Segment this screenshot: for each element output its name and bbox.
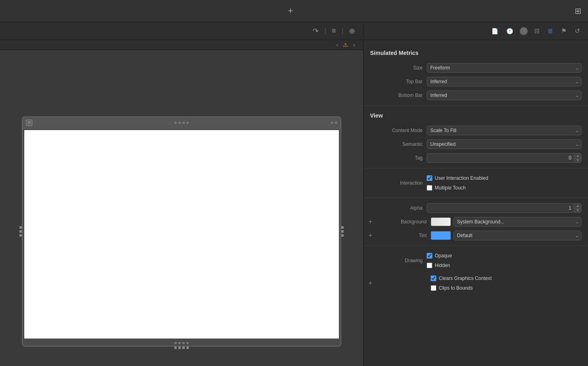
semantic-select[interactable]: Unspecified Playback Spatial (427, 139, 582, 149)
drawing-label: Drawing (370, 258, 427, 263)
align-icon[interactable]: ≡ (330, 25, 338, 37)
hidden-label: Hidden (435, 263, 450, 268)
tag-input-wrapper: ▲ ▼ (427, 153, 582, 163)
tint-color-swatch[interactable] (431, 231, 451, 240)
size-select-wrapper: Freeform Fixed iPhone 8 (427, 63, 582, 73)
content-mode-control: Scale To Fill Scale Aspect Fit Scale Asp… (427, 126, 582, 135)
clears-graphics-row: Clears Graphics Context (431, 274, 582, 283)
divider-1 (364, 105, 588, 106)
help-icon[interactable]: ? (520, 27, 528, 35)
divider-2 (364, 168, 588, 168)
bottom-bar-control: Inferred None (427, 90, 582, 100)
size-select[interactable]: Freeform Fixed iPhone 8 (427, 63, 582, 73)
multiple-touch-checkbox[interactable] (427, 185, 432, 191)
drawing-plus-button[interactable]: + (367, 280, 374, 287)
user-interaction-checkbox[interactable] (427, 175, 432, 181)
clears-graphics-checkbox[interactable] (431, 276, 436, 281)
device-corner-dots (331, 122, 337, 124)
second-toolbar-right: 📄 🕐 ? ⊟ ≣ ⚑ ↺ (363, 25, 588, 36)
background-plus-button[interactable]: + (367, 218, 374, 225)
flag-icon[interactable]: ⚑ (559, 25, 568, 36)
tag-row: Tag ▲ ▼ (364, 151, 588, 165)
size-control: Freeform Fixed iPhone 8 (427, 63, 582, 73)
divider-3 (364, 198, 588, 198)
background-select[interactable]: System Background... White Black (453, 217, 582, 227)
inspector-lines-icon[interactable]: ≣ (546, 25, 554, 36)
nav-back-button[interactable]: ‹ (335, 40, 340, 50)
top-bar-control: Inferred None (427, 77, 582, 86)
tint-swatch-wrapper: Default Custom (431, 231, 582, 240)
device-top-dots (174, 122, 189, 124)
drawing-checkboxes: Opaque Hidden (427, 251, 582, 270)
simulated-metrics-title: Simulated Metrics (364, 46, 588, 61)
top-toolbar-center: + (288, 6, 293, 16)
tag-stepper-down[interactable]: ▼ (574, 158, 581, 163)
canvas-area[interactable]: ✕ (0, 50, 363, 366)
opaque-row: Opaque (427, 251, 582, 260)
inspector-body: Simulated Metrics Size Freeform Fixed iP… (364, 40, 588, 366)
bottom-bar-label: Bottom Bar (370, 93, 427, 98)
hidden-checkbox[interactable] (427, 263, 432, 268)
layout-icon[interactable]: ⊟ (533, 25, 541, 36)
tint-label: Tint (374, 233, 431, 238)
content-mode-row: Content Mode Scale To Fill Scale Aspect … (364, 124, 588, 137)
rotate-icon[interactable]: ↺ (573, 25, 582, 36)
view-section-title: View (364, 109, 588, 124)
interaction-checkboxes: User Interaction Enabled Multiple Touch (427, 174, 582, 192)
bottom-bar-row: Bottom Bar Inferred None (364, 88, 588, 102)
tag-stepper-up[interactable]: ▲ (574, 154, 581, 158)
clips-bounds-checkbox[interactable] (431, 285, 436, 291)
drawing-control: Opaque Hidden (427, 251, 582, 270)
main-content: ‹ ⚠ › ✕ (0, 40, 588, 366)
second-toolbar: ↷ | ≡ | ⊕ 📄 🕐 ? ⊟ ≣ ⚑ ↺ (0, 22, 588, 40)
inspector-panel: Simulated Metrics Size Freeform Fixed iP… (363, 40, 588, 366)
interaction-row: Interaction User Interaction Enabled Mul… (364, 172, 588, 194)
add-button[interactable]: + (288, 6, 293, 16)
background-row: + Background System Background... White … (364, 215, 588, 229)
drawing-plus-row: + Clears Graphics Context Clips to Bound… (364, 272, 588, 294)
top-bar-label: Top Bar (370, 79, 427, 84)
top-bar-select-wrapper: Inferred None (427, 77, 582, 86)
semantic-label: Semantic (370, 141, 427, 147)
drawing-extra-control: Clears Graphics Context Clips to Bounds (431, 274, 582, 292)
size-row: Size Freeform Fixed iPhone 8 (364, 61, 588, 75)
semantic-control: Unspecified Playback Spatial (427, 139, 582, 149)
nav-forward-button[interactable]: › (351, 40, 357, 50)
tint-select[interactable]: Default Custom (453, 231, 582, 240)
background-swatch-wrapper: System Background... White Black (431, 217, 582, 227)
bottom-bar-select[interactable]: Inferred None (427, 90, 582, 100)
device-close-button[interactable]: ✕ (26, 120, 32, 126)
clock-icon[interactable]: 🕐 (505, 26, 515, 36)
device-title-bar: ✕ (23, 117, 341, 128)
canvas-section: ‹ ⚠ › ✕ (0, 40, 363, 366)
user-interaction-label: User Interaction Enabled (435, 175, 488, 181)
redo-icon[interactable]: ↷ (311, 25, 320, 37)
top-bar-row: Top Bar Inferred None (364, 75, 588, 88)
alpha-input[interactable] (427, 203, 582, 213)
background-color-swatch[interactable] (431, 217, 451, 226)
alpha-stepper-down[interactable]: ▼ (574, 208, 581, 213)
tint-plus-button[interactable]: + (367, 232, 374, 239)
interaction-control: User Interaction Enabled Multiple Touch (427, 174, 582, 192)
tint-select-wrapper: Default Custom (453, 231, 582, 240)
top-toolbar: + ⊞ (0, 0, 588, 22)
panel-toggle-button[interactable]: ⊞ (575, 6, 582, 16)
file-icon[interactable]: 📄 (490, 26, 500, 36)
alpha-stepper-up[interactable]: ▲ (574, 204, 581, 208)
tag-input[interactable] (427, 153, 582, 163)
clears-graphics-label: Clears Graphics Context (439, 276, 492, 281)
device-resize-bottom[interactable] (174, 347, 189, 349)
opaque-checkbox[interactable] (427, 253, 432, 259)
add-canvas-icon[interactable]: ⊕ (347, 25, 357, 37)
alpha-label: Alpha (370, 205, 427, 211)
top-bar-select[interactable]: Inferred None (427, 77, 582, 86)
tag-control: ▲ ▼ (427, 153, 582, 163)
multiple-touch-label: Multiple Touch (435, 185, 466, 191)
content-mode-select-wrapper: Scale To Fill Scale Aspect Fit Scale Asp… (427, 126, 582, 135)
device-resize-right[interactable] (341, 226, 344, 237)
tint-control: Default Custom (431, 231, 582, 240)
tag-stepper: ▲ ▼ (574, 154, 581, 162)
content-mode-select[interactable]: Scale To Fill Scale Aspect Fit Scale Asp… (427, 126, 582, 135)
device-resize-left[interactable] (19, 226, 22, 237)
drawing-row: Drawing Opaque Hidden (364, 249, 588, 272)
